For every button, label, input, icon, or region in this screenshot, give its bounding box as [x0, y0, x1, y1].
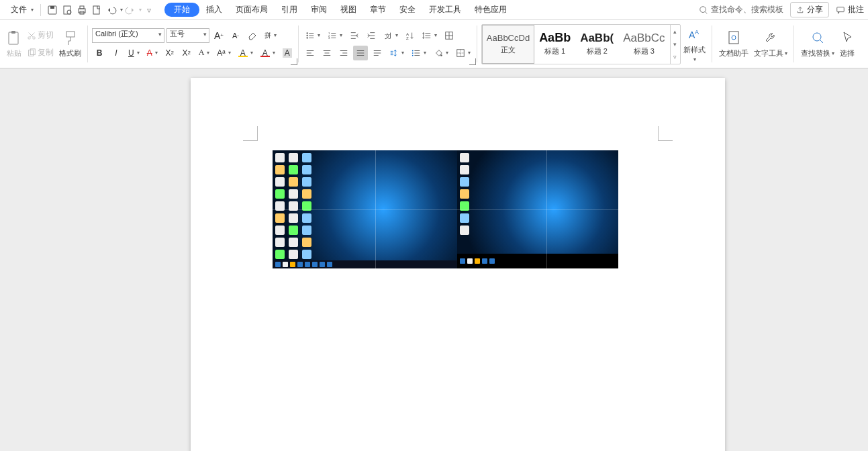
find-replace-button[interactable]: 查找替换▾	[798, 28, 837, 60]
doc-helper-button[interactable]: 文档助手	[716, 28, 751, 60]
customize-qat-icon[interactable]: ▿	[142, 3, 156, 17]
paragraph-spacing-button[interactable]: ▾	[387, 46, 407, 60]
style-heading1[interactable]: AaBb 标题 1	[534, 25, 575, 64]
select-button[interactable]: 选择	[837, 28, 857, 60]
copy-label: 复制	[38, 47, 54, 58]
paragraph-rows: ▾ 123▾ 文▾ AZ ▾ ▾ ▾ ▾ ▾	[303, 28, 473, 60]
sort-button[interactable]: AZ	[403, 28, 418, 43]
tab-stops-button[interactable]: ▾	[409, 46, 429, 60]
font-size-select[interactable]: 五号	[166, 28, 209, 43]
comments-label: 批注	[848, 4, 864, 15]
undo-icon[interactable]	[104, 3, 119, 17]
style-h3-name: 标题 3	[634, 46, 655, 56]
italic-button[interactable]: I	[109, 46, 124, 60]
tab-layout[interactable]: 页面布局	[229, 1, 275, 18]
svg-point-13	[33, 36, 36, 39]
svg-point-36	[813, 33, 821, 41]
format-painter-button[interactable]: 格式刷	[56, 28, 84, 60]
subscript-button[interactable]: X2	[179, 46, 194, 60]
share-button[interactable]: 分享	[790, 2, 829, 17]
search-commands[interactable]: 查找命令、搜索模板	[692, 1, 790, 18]
tab-security-label: 安全	[399, 4, 416, 15]
comments-button[interactable]: 批注	[829, 1, 864, 18]
save-icon[interactable]	[45, 3, 60, 17]
tab-security[interactable]: 安全	[393, 1, 422, 18]
increase-indent-button[interactable]	[364, 28, 379, 43]
distribute-button[interactable]	[370, 46, 385, 60]
desktop-icons-2	[460, 153, 471, 235]
superscript-button[interactable]: X2	[162, 46, 177, 60]
styles-up[interactable]: ▴	[671, 25, 680, 38]
number-list-button[interactable]: 123▾	[325, 28, 345, 43]
text-direction-icon: 文	[383, 31, 393, 40]
text-effects-button[interactable]: A▾	[196, 46, 213, 60]
align-left-icon	[305, 48, 315, 58]
cut-button[interactable]: 剪切	[24, 28, 56, 43]
redo-icon[interactable]	[123, 3, 138, 17]
clear-format-button[interactable]	[245, 28, 260, 43]
screenshot-image-2[interactable]	[457, 150, 618, 268]
paste-label: 粘贴	[7, 48, 21, 58]
tab-start[interactable]: 开始	[164, 3, 199, 17]
new-style-button[interactable]: AA 新样式▾	[681, 25, 708, 64]
copy-button[interactable]: 复制	[24, 46, 56, 60]
screenshot-image-1[interactable]	[273, 150, 457, 268]
align-center-button[interactable]	[320, 46, 334, 60]
tab-review[interactable]: 审阅	[304, 1, 334, 18]
strikethrough-button[interactable]: A▾	[144, 46, 160, 60]
style-heading2[interactable]: AaBb( 标题 2	[575, 25, 618, 64]
align-right-button[interactable]	[336, 46, 351, 60]
tab-insert[interactable]: 插入	[199, 1, 229, 18]
menu-file[interactable]: 文件 ▾	[4, 1, 36, 18]
document-area[interactable]: ▾	[0, 68, 868, 451]
tab-chapter-label: 章节	[370, 4, 386, 15]
indent-left-icon	[350, 31, 359, 40]
find-replace-label: 查找替换	[801, 48, 830, 58]
line-spacing-button[interactable]: ▾	[420, 28, 440, 43]
paste-button[interactable]: 粘贴	[4, 28, 24, 60]
align-justify-button[interactable]	[353, 46, 368, 60]
paragraph-group-launcher[interactable]	[469, 58, 476, 65]
highlight-button[interactable]: A▾	[236, 46, 256, 60]
style-h1-preview: AaBb	[539, 32, 571, 44]
tab-special[interactable]: 特色应用	[468, 1, 514, 18]
tab-view[interactable]: 视图	[334, 1, 363, 18]
svg-rect-16	[66, 32, 75, 37]
print-icon[interactable]	[75, 3, 89, 17]
grow-font-button[interactable]: A+	[211, 28, 226, 43]
svg-text:文: 文	[385, 32, 391, 39]
menu-bar: 文件 ▾ ▾ ▾ ▿ 开始 插入 页面布局 引用 审阅 视图 章节 安全 开发工…	[0, 0, 868, 20]
cut-label: 剪切	[38, 30, 54, 41]
shrink-font-button[interactable]: A-	[228, 28, 243, 43]
phonetic-guide-button[interactable]: 拼▾	[262, 28, 279, 43]
shading-button[interactable]: ▾	[431, 46, 451, 60]
tab-start-label: 开始	[174, 4, 190, 15]
styles-more[interactable]: ▿	[671, 50, 680, 63]
document-icon[interactable]	[89, 3, 104, 17]
styles-down[interactable]: ▾	[671, 38, 680, 50]
tab-devtools[interactable]: 开发工具	[422, 1, 468, 18]
tab-references[interactable]: 引用	[275, 1, 304, 18]
text-direction-button[interactable]: 文▾	[381, 28, 401, 43]
style-normal[interactable]: AaBbCcDd 正文	[482, 25, 534, 64]
decrease-indent-button[interactable]	[347, 28, 362, 43]
menu-file-label: 文件	[11, 4, 27, 15]
redo-dropdown[interactable]: ▾	[139, 7, 142, 13]
font-color-button[interactable]: A▾	[258, 46, 278, 60]
underline-button[interactable]: U▾	[126, 46, 142, 60]
print-preview-icon[interactable]	[60, 3, 75, 17]
align-left-button[interactable]	[303, 46, 318, 60]
show-marks-button[interactable]	[442, 28, 456, 43]
bold-button[interactable]: B	[92, 46, 107, 60]
align-center-icon	[322, 48, 332, 58]
text-tools-button[interactable]: 文字工具▾	[751, 28, 790, 60]
font-group-launcher[interactable]	[291, 58, 297, 65]
font-name-select[interactable]: Calibri (正文)	[92, 28, 164, 43]
change-case-button[interactable]: Aª▾	[214, 46, 233, 60]
style-heading3[interactable]: AaBbCc 标题 3	[618, 25, 669, 64]
tab-chapter[interactable]: 章节	[363, 1, 393, 18]
font-name-value: Calibri (正文)	[95, 30, 138, 38]
style-h2-preview: AaBb(	[580, 32, 614, 44]
document-page[interactable]	[191, 78, 725, 451]
bullet-list-button[interactable]: ▾	[303, 28, 323, 43]
